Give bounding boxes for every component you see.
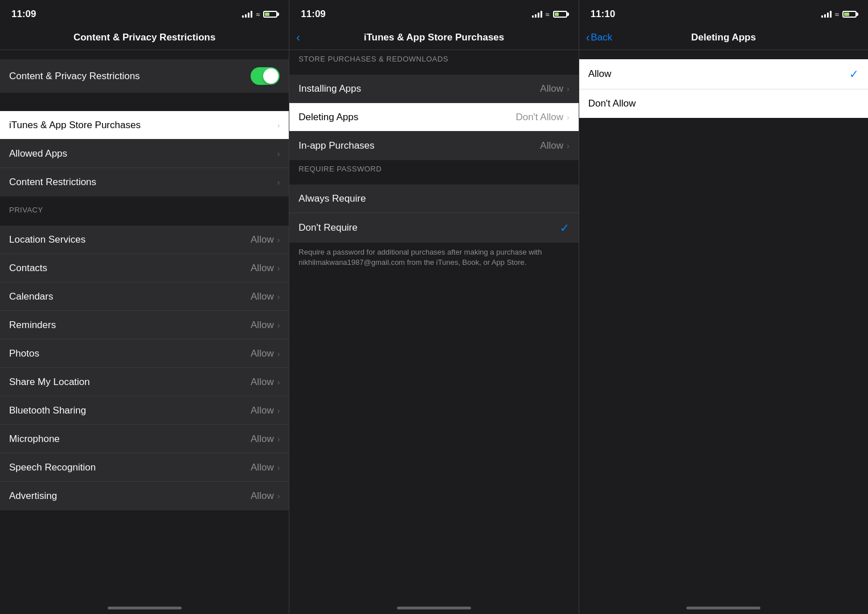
list-item-itunes[interactable]: iTunes & App Store Purchases › — [0, 111, 289, 140]
password-note: Require a password for additional purcha… — [289, 243, 578, 277]
dont-allow-option-label: Don't Allow — [588, 98, 636, 109]
list-item-advertising[interactable]: Advertising Allow › — [0, 482, 289, 510]
store-section-header: STORE PURCHASES & REDOWNLOADS — [289, 50, 578, 66]
home-indicator-2 — [397, 607, 471, 609]
content-restrictions-right: › — [277, 178, 280, 187]
panel-itunes: 11:09 ≈ ‹ iTunes & App Store Purchases S… — [289, 0, 579, 614]
photos-right: Allow › — [251, 348, 280, 359]
toggle-switch[interactable] — [251, 67, 280, 85]
speech-right: Allow › — [251, 462, 280, 473]
photos-value: Allow — [251, 348, 274, 359]
contacts-chevron: › — [277, 264, 280, 273]
list-item-dont-require[interactable]: Don't Require ✓ — [289, 213, 578, 243]
toggle-row[interactable]: Content & Privacy Restrictions — [0, 59, 289, 93]
content-panel-2: STORE PURCHASES & REDOWNLOADS Installing… — [289, 50, 578, 602]
list-item-reminders[interactable]: Reminders Allow › — [0, 311, 289, 339]
signal-icon-2 — [532, 11, 542, 18]
home-indicator-3 — [686, 607, 760, 609]
content-panel-3: Allow ✓ Don't Allow — [579, 50, 868, 602]
list-item-dont-allow-option[interactable]: Don't Allow — [579, 89, 868, 118]
battery-icon-3 — [842, 11, 857, 18]
panel-content-privacy: 11:09 ≈ Content & Privacy Restrictions C… — [0, 0, 289, 614]
status-icons-2: ≈ — [532, 10, 567, 19]
password-items-section: Always Require Don't Require ✓ — [289, 185, 578, 243]
nav-back-button-3[interactable]: ‹ Back — [586, 31, 612, 44]
itunes-right: › — [277, 121, 280, 130]
bluetooth-chevron: › — [277, 406, 280, 415]
share-location-label: Share My Location — [9, 376, 90, 388]
nav-title-3: Deleting Apps — [691, 32, 756, 43]
list-item-location[interactable]: Location Services Allow › — [0, 226, 289, 254]
contacts-value: Allow — [251, 263, 274, 274]
list-item-bluetooth[interactable]: Bluetooth Sharing Allow › — [0, 396, 289, 425]
photos-label: Photos — [9, 348, 39, 359]
status-bar-3: 11:10 ≈ — [579, 0, 868, 25]
contacts-right: Allow › — [251, 263, 280, 274]
list-item-always-require[interactable]: Always Require — [289, 185, 578, 213]
home-indicator-1 — [108, 607, 182, 609]
advertising-chevron: › — [277, 492, 280, 501]
deleting-value: Don't Allow — [515, 112, 563, 123]
reminders-right: Allow › — [251, 320, 280, 331]
list-item-photos[interactable]: Photos Allow › — [0, 339, 289, 368]
bluetooth-value: Allow — [251, 405, 274, 416]
advertising-value: Allow — [251, 490, 274, 502]
list-item-calendars[interactable]: Calendars Allow › — [0, 283, 289, 311]
contacts-label: Contacts — [9, 263, 47, 274]
share-location-chevron: › — [277, 378, 280, 387]
list-item-installing[interactable]: Installing Apps Allow › — [289, 75, 578, 103]
list-item-content-restrictions[interactable]: Content Restrictions › — [0, 168, 289, 197]
itunes-label: iTunes & App Store Purchases — [9, 120, 141, 131]
calendars-label: Calendars — [9, 291, 54, 302]
location-chevron: › — [277, 235, 280, 244]
list-item-microphone[interactable]: Microphone Allow › — [0, 425, 289, 453]
list-item-speech[interactable]: Speech Recognition Allow › — [0, 453, 289, 482]
nav-title-2: iTunes & App Store Purchases — [364, 32, 505, 43]
content-panel-1: Content & Privacy Restrictions iTunes & … — [0, 50, 289, 602]
status-bar-1: 11:09 ≈ — [0, 0, 289, 25]
speech-label: Speech Recognition — [9, 462, 96, 473]
nav-bar-2: ‹ iTunes & App Store Purchases — [289, 25, 578, 50]
allowed-apps-right: › — [277, 149, 280, 158]
calendars-value: Allow — [251, 291, 274, 302]
location-value: Allow — [251, 234, 274, 245]
content-restrictions-label: Content Restrictions — [9, 177, 96, 188]
list-item-contacts[interactable]: Contacts Allow › — [0, 254, 289, 283]
list-item-inapp[interactable]: In-app Purchases Allow › — [289, 132, 578, 160]
deleting-right: Don't Allow › — [515, 112, 569, 123]
installing-chevron: › — [567, 84, 570, 93]
list-item-share-location[interactable]: Share My Location Allow › — [0, 368, 289, 396]
inapp-right: Allow › — [540, 140, 569, 152]
list-item-deleting[interactable]: Deleting Apps Don't Allow › — [289, 103, 578, 132]
panel-deleting-apps: 11:10 ≈ ‹ Back Deleting Apps Allow — [579, 0, 868, 614]
nav-bar-1: Content & Privacy Restrictions — [0, 25, 289, 50]
toggle-label: Content & Privacy Restrictions — [9, 71, 140, 82]
calendars-chevron: › — [277, 292, 280, 301]
deleting-label: Deleting Apps — [298, 112, 358, 123]
allow-option-right: ✓ — [849, 67, 859, 81]
back-chevron-icon-3: ‹ — [586, 31, 590, 44]
location-label: Location Services — [9, 234, 85, 245]
inapp-chevron: › — [567, 141, 570, 150]
list-item-allow-option[interactable]: Allow ✓ — [579, 59, 868, 89]
section-gap-1 — [0, 93, 289, 102]
itunes-chevron: › — [277, 121, 280, 130]
store-items-section: Installing Apps Allow › Deleting Apps Do… — [289, 75, 578, 160]
status-time-3: 11:10 — [591, 9, 615, 20]
signal-icon-3 — [821, 11, 832, 18]
wifi-icon-3: ≈ — [835, 10, 839, 19]
back-label-3: Back — [591, 32, 612, 43]
bluetooth-right: Allow › — [251, 405, 280, 416]
list-item-allowed-apps[interactable]: Allowed Apps › — [0, 140, 289, 168]
always-require-label: Always Require — [298, 193, 366, 204]
allowed-apps-label: Allowed Apps — [9, 148, 67, 159]
deleting-chevron: › — [567, 113, 570, 122]
wifi-icon-1: ≈ — [256, 10, 260, 19]
main-items-section: iTunes & App Store Purchases › Allowed A… — [0, 111, 289, 197]
calendars-right: Allow › — [251, 291, 280, 302]
nav-back-button-2[interactable]: ‹ — [296, 31, 301, 44]
signal-icon-1 — [242, 11, 252, 18]
allow-checkmark: ✓ — [849, 67, 859, 81]
nav-title-1: Content & Privacy Restrictions — [73, 32, 215, 43]
location-right: Allow › — [251, 234, 280, 245]
